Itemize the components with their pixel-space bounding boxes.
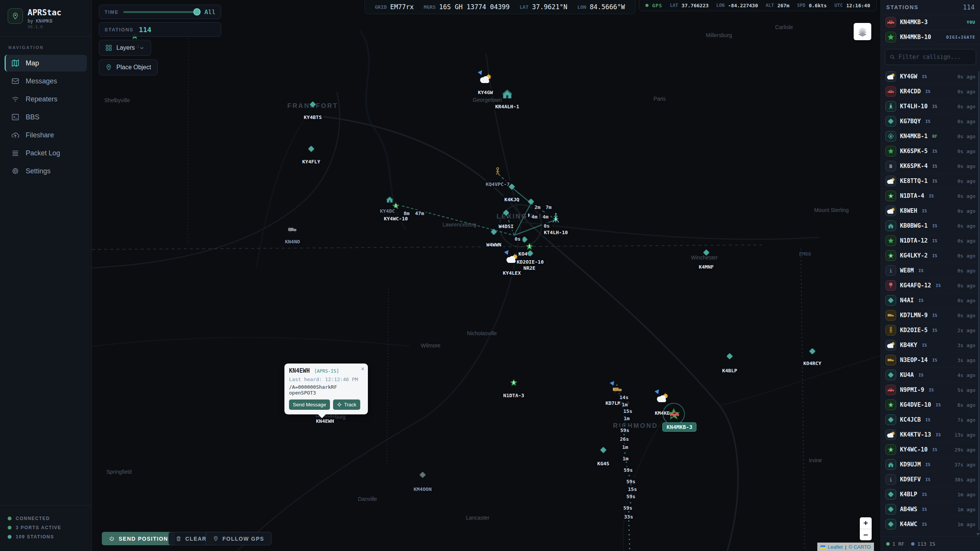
popup-close-icon[interactable]: × bbox=[361, 365, 364, 372]
letteri-icon: i bbox=[885, 265, 896, 276]
sidebar-item-fileshare[interactable]: Fileshare bbox=[5, 127, 87, 143]
marker-label: KM4OON bbox=[412, 486, 434, 493]
station-row-kg4lky-2[interactable]: DKG4LKY-2IS0s ago bbox=[881, 248, 980, 263]
station-row-kb0bwg-1[interactable]: KB0BWG-1IS0s ago bbox=[881, 218, 980, 233]
station-list-legend: 1 RF 113 IS bbox=[881, 536, 980, 551]
station-row-ky4wc-10[interactable]: IKY4WC-10IS29s ago bbox=[881, 442, 980, 457]
towermap-icon: I bbox=[550, 212, 562, 225]
gps-status-bar: GPSLAT37.766223LON-84.227430ALT267mSPD0.… bbox=[639, 0, 877, 11]
selected-station-label[interactable]: KN4MKB-3 bbox=[662, 422, 696, 432]
sidebar-item-packet-log[interactable]: Packet Log bbox=[5, 145, 87, 161]
station-row-kt4lh-10[interactable]: IKT4LH-10IS0s ago bbox=[881, 99, 980, 114]
pinned-station-kn4mkb-10[interactable]: KN4MKB-10DIGI+IGATE bbox=[881, 30, 980, 45]
grid-icon bbox=[105, 44, 112, 51]
station-row-ab4ws[interactable]: AB4WSIS1m ago bbox=[881, 502, 980, 517]
trail-time-label: 15s bbox=[626, 486, 639, 492]
trail-time-label: 1m bbox=[620, 444, 630, 450]
wifi-icon bbox=[11, 95, 20, 103]
time-slider-knob[interactable] bbox=[193, 8, 201, 16]
trail-time-label: 15s bbox=[621, 408, 634, 414]
star-icon bbox=[885, 235, 896, 246]
status-label: 3 PORTS ACTIVE bbox=[16, 525, 61, 530]
nav-section-label: NAVIGATION bbox=[0, 37, 91, 54]
city-label: Paris bbox=[653, 96, 666, 102]
station-row-kg7bqy[interactable]: KG7BQYIS0s ago bbox=[881, 114, 980, 129]
diamond-icon bbox=[502, 209, 510, 218]
station-row-kd9efv[interactable]: iKD9EFVIS38s ago bbox=[881, 472, 980, 487]
sidebar-item-map[interactable]: Map bbox=[5, 55, 87, 72]
station-row-ky4gw[interactable]: KY4GWIS0s ago bbox=[881, 69, 980, 84]
track-button[interactable]: Track bbox=[333, 399, 360, 410]
send-message-button[interactable]: Send Message bbox=[289, 399, 330, 410]
leaflet-layers-control[interactable] bbox=[854, 23, 871, 40]
zoom-out-button[interactable]: − bbox=[860, 529, 872, 540]
status-dot bbox=[8, 526, 11, 530]
scroll-down-icon[interactable] bbox=[976, 533, 980, 536]
station-row-ke8ttq-1[interactable]: KE8TTQ-1IS0s ago bbox=[881, 174, 980, 189]
pinned-station-kn4mkb-3[interactable]: KN4MKB-3YOU bbox=[881, 15, 980, 30]
truckgrey-icon bbox=[288, 227, 297, 235]
mail-icon bbox=[11, 77, 20, 85]
station-row-kk6spk-5[interactable]: KK6SPK-5IS0s ago bbox=[881, 144, 980, 159]
station-row-kd2oie-5[interactable]: KD2OIE-5IS2s ago bbox=[881, 323, 980, 338]
city-label: Irvine bbox=[809, 457, 822, 463]
leaflet-link[interactable]: Leaflet bbox=[828, 544, 843, 550]
sidebar-item-settings[interactable]: Settings bbox=[5, 163, 87, 179]
sidebar-item-label: Messages bbox=[26, 77, 57, 85]
station-row-n1dta-12[interactable]: N1DTA-12IS0s ago bbox=[881, 233, 980, 248]
carto-link[interactable]: © CARTO bbox=[849, 544, 871, 550]
station-row-kr4cdd[interactable]: KR4CDDIS0s ago bbox=[881, 84, 980, 99]
sidebar-item-label: Settings bbox=[26, 167, 51, 175]
marker-label: NR2E bbox=[521, 264, 537, 272]
place-object-label: Place Object bbox=[116, 64, 151, 71]
station-row-n1dta-4[interactable]: DN1DTA-4IS0s ago bbox=[881, 189, 980, 204]
station-list-scrollbar[interactable] bbox=[978, 71, 980, 530]
station-row-k4awc[interactable]: K4AWCIS1m ago bbox=[881, 517, 980, 532]
station-row-kn4mkb-1[interactable]: DKN4MKB-1RF0s ago bbox=[881, 129, 980, 144]
station-row-k8weh[interactable]: K8WEHIS0s ago bbox=[881, 204, 980, 218]
weather-icon bbox=[479, 74, 492, 85]
station-row-ku4a[interactable]: KU4AIS4s ago bbox=[881, 368, 980, 383]
station-row-kc4jcb[interactable]: KC4JCBIS7s ago bbox=[881, 412, 980, 427]
sidebar-item-messages[interactable]: Messages bbox=[5, 73, 87, 90]
layers-button[interactable]: Layers bbox=[99, 40, 151, 56]
station-row-kd7lmn-9[interactable]: KD7LMN-9IS0s ago bbox=[881, 308, 980, 323]
rf-dot bbox=[886, 542, 890, 546]
trash-icon bbox=[176, 536, 181, 541]
station-row-kk4ktv-13[interactable]: KK4KTV-13IS13s ago bbox=[881, 427, 980, 442]
zoom-in-button[interactable]: + bbox=[860, 517, 872, 529]
station-row-n9pmi-9[interactable]: N9PMI-9IS5s ago bbox=[881, 383, 980, 398]
position-info-lon: LON84.5666°W bbox=[577, 3, 625, 11]
station-list: KY4GWIS0s agoKR4CDDIS0s agoIKT4LH-10IS0s… bbox=[881, 69, 980, 536]
station-row-k4blp[interactable]: K4BLPIS1m ago bbox=[881, 487, 980, 502]
position-info-mgrs: MGRS16S GH 13774 04399 bbox=[424, 3, 510, 11]
time-slider[interactable] bbox=[123, 11, 200, 13]
truck-icon bbox=[885, 310, 896, 321]
path-stat-label: 0s bbox=[542, 223, 552, 229]
station-row-kd9ujm[interactable]: KD9UJMIS37s ago bbox=[881, 457, 980, 472]
station-row-n3eop-14[interactable]: N3EOP-14IS3s ago bbox=[881, 353, 980, 368]
station-row-kb4ky[interactable]: KB4KYIS3s ago bbox=[881, 338, 980, 353]
filter-callsign-input[interactable] bbox=[898, 54, 971, 60]
station-row-kg4dve-10[interactable]: IKG4DVE-10IS6s ago bbox=[881, 398, 980, 412]
map-icon bbox=[11, 59, 20, 67]
station-row-we8m[interactable]: iWE8MIS0s ago bbox=[881, 263, 980, 278]
sidebar-item-repeaters[interactable]: Repeaters bbox=[5, 91, 87, 108]
sidebar-item-label: Map bbox=[26, 59, 39, 67]
send-position-button[interactable]: SEND POSITION bbox=[102, 532, 175, 545]
place-object-button[interactable]: Place Object bbox=[99, 59, 158, 75]
weather-icon bbox=[506, 254, 518, 265]
gps-pin-icon bbox=[213, 536, 219, 541]
map-canvas[interactable]: ShelbyvilleFRANKFORTGeorgetownMillersbur… bbox=[92, 0, 880, 551]
marker-label: KT4LH-10 bbox=[542, 229, 570, 236]
gps-dot bbox=[645, 4, 648, 7]
follow-gps-button[interactable]: FOLLOW GPS bbox=[206, 532, 271, 545]
rf-legend: 1 RF bbox=[886, 541, 904, 547]
station-row-kg4afq-12[interactable]: KG4AFQ-12IS0s ago bbox=[881, 278, 980, 293]
marker-label: K4MNF bbox=[697, 263, 715, 271]
station-row-kk6spk-4[interactable]: BKK6SPK-4IS0s ago bbox=[881, 159, 980, 174]
marker-label: N1DTA-3 bbox=[501, 392, 526, 399]
station-row-n4ai[interactable]: N4AIIS0s ago bbox=[881, 293, 980, 308]
sidebar-item-bbs[interactable]: BBS bbox=[5, 109, 87, 126]
path-stat-label: 47m bbox=[413, 210, 426, 217]
